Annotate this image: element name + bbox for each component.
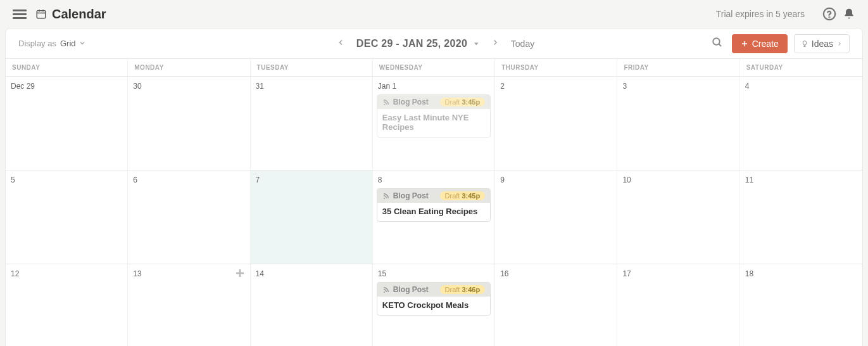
trial-expiry-text: Trial expires in 5 years — [716, 9, 805, 19]
prev-period-button[interactable] — [334, 34, 348, 53]
day-cell[interactable]: 31 — [251, 77, 373, 170]
day-cell[interactable]: 30 — [128, 77, 250, 170]
calendar-icon — [35, 8, 47, 22]
rss-icon — [382, 192, 390, 200]
event-card[interactable]: Blog PostDraft 3:46pKETO Crockpot Meals — [377, 282, 491, 316]
svg-line-8 — [719, 44, 721, 46]
day-header: THURSDAY — [495, 59, 617, 76]
create-button[interactable]: Create — [732, 34, 788, 53]
day-cell[interactable]: 15Blog PostDraft 3:46pKETO Crockpot Meal… — [373, 264, 495, 346]
day-header: MONDAY — [128, 59, 250, 76]
day-header: FRIDAY — [617, 59, 739, 76]
ideas-button-label: Ideas — [812, 39, 833, 49]
date-range-text: DEC 29 - JAN 25, 2020 — [356, 38, 467, 49]
day-cell[interactable]: 5 — [6, 170, 128, 264]
day-number: 11 — [744, 174, 859, 186]
day-cell[interactable]: 13 — [128, 264, 250, 346]
date-range-label[interactable]: DEC 29 - JAN 25, 2020 — [356, 38, 479, 49]
day-cell[interactable]: 16 — [495, 264, 617, 346]
create-button-label: Create — [752, 39, 779, 49]
event-card[interactable]: Blog PostDraft 3:45p35 Clean Eating Reci… — [377, 188, 491, 222]
day-number: 30 — [132, 80, 246, 92]
add-event-icon[interactable] — [235, 268, 245, 280]
day-cell[interactable]: 4 — [740, 77, 862, 170]
today-button[interactable]: Today — [511, 39, 534, 49]
event-title: Easy Last Minute NYE Recipes — [377, 109, 490, 137]
status-pill: Draft 3:45p — [440, 98, 486, 106]
rss-icon — [382, 286, 390, 293]
day-number: 3 — [621, 80, 735, 92]
day-number: 4 — [744, 80, 859, 92]
day-number: 7 — [255, 174, 368, 186]
event-type-label: Blog Post — [393, 98, 440, 106]
day-number: 14 — [255, 268, 368, 279]
svg-point-7 — [713, 38, 720, 45]
day-cell[interactable]: Dec 29 — [6, 77, 128, 170]
day-number: 5 — [9, 174, 123, 186]
day-number: Jan 1 — [377, 80, 491, 92]
day-number: 12 — [9, 268, 123, 279]
bell-icon[interactable] — [843, 7, 855, 21]
svg-rect-12 — [236, 272, 244, 274]
day-header: TUESDAY — [251, 59, 373, 76]
svg-marker-6 — [474, 42, 479, 45]
display-as-label: Display as — [18, 39, 56, 48]
day-cell[interactable]: 11 — [740, 170, 862, 264]
status-pill: Draft 3:45p — [440, 191, 486, 200]
search-icon[interactable] — [709, 34, 726, 53]
chevron-down-icon[interactable] — [79, 39, 86, 49]
day-number: 31 — [255, 80, 368, 92]
day-cell[interactable]: 12 — [6, 264, 128, 346]
day-number: 15 — [377, 268, 491, 279]
help-icon[interactable] — [822, 7, 836, 21]
event-type-label: Blog Post — [393, 191, 440, 200]
day-cell[interactable]: Jan 1Blog PostDraft 3:45pEasy Last Minut… — [373, 77, 495, 170]
day-number: 10 — [621, 174, 735, 186]
day-cell[interactable]: 7 — [251, 170, 373, 264]
event-card[interactable]: Blog PostDraft 3:45pEasy Last Minute NYE… — [377, 94, 491, 138]
status-pill: Draft 3:46p — [440, 285, 486, 294]
event-title: 35 Clean Eating Recipes — [377, 203, 490, 221]
day-number: 18 — [744, 268, 859, 279]
rss-icon — [382, 98, 390, 106]
day-number: 9 — [499, 174, 613, 186]
day-cell[interactable]: 10 — [617, 170, 739, 264]
day-cell[interactable]: 6 — [128, 170, 250, 264]
page-title: Calendar — [52, 7, 106, 22]
ideas-button[interactable]: Ideas — [794, 34, 850, 53]
display-as-value[interactable]: Grid — [60, 39, 76, 48]
next-period-button[interactable] — [488, 34, 502, 53]
day-number: Dec 29 — [9, 80, 123, 92]
day-header: SUNDAY — [6, 59, 128, 76]
day-number: 2 — [499, 80, 613, 92]
day-cell[interactable]: 9 — [495, 170, 617, 264]
event-type-label: Blog Post — [393, 285, 440, 294]
day-number: 16 — [499, 268, 613, 279]
svg-rect-0 — [37, 10, 46, 18]
day-cell[interactable]: 18 — [740, 264, 862, 346]
day-header: SATURDAY — [740, 59, 862, 76]
day-cell[interactable]: 17 — [617, 264, 739, 346]
day-cell[interactable]: 8Blog PostDraft 3:45p35 Clean Eating Rec… — [373, 170, 495, 264]
day-cell[interactable]: 14 — [251, 264, 373, 346]
day-number: 13 — [132, 268, 246, 279]
menu-button[interactable] — [13, 8, 27, 21]
day-cell[interactable]: 2 — [495, 77, 617, 170]
day-number: 6 — [132, 174, 246, 186]
day-header: WEDNESDAY — [373, 59, 495, 76]
day-number: 8 — [377, 174, 491, 186]
svg-point-5 — [829, 17, 830, 18]
day-number: 17 — [621, 268, 735, 279]
event-title: KETO Crockpot Meals — [377, 297, 490, 315]
day-cell[interactable]: 3 — [617, 77, 739, 170]
